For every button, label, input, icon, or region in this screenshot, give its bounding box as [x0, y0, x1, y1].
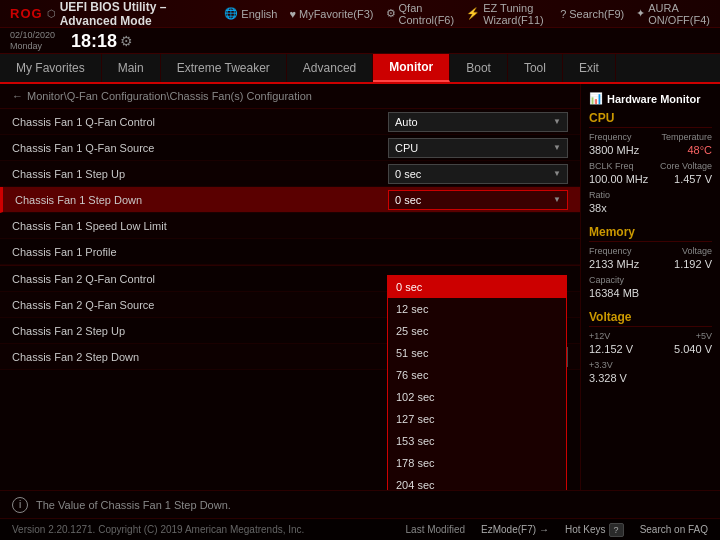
- dropdown-item-8[interactable]: 178 sec: [388, 452, 566, 474]
- tab-favorites[interactable]: My Favorites: [0, 54, 102, 82]
- tab-advanced-label: Advanced: [303, 61, 356, 75]
- hw-section-cpu: CPU Frequency Temperature 3800 MHz 48°C …: [589, 111, 712, 217]
- tab-extreme[interactable]: Extreme Tweaker: [161, 54, 287, 82]
- voltage-section-title: Voltage: [589, 310, 712, 327]
- dropdown-item-2[interactable]: 25 sec: [388, 320, 566, 342]
- dropdown-item-9[interactable]: 204 sec: [388, 474, 566, 490]
- hw-row: 16384 MB: [589, 287, 712, 302]
- info-bar: 02/10/2020 Monday 18:18 ⚙: [0, 28, 720, 54]
- hw-section-voltage: Voltage +12V +5V 12.152 V 5.040 V +3.3V …: [589, 310, 712, 387]
- hw-row: 100.00 MHz 1.457 V: [589, 173, 712, 188]
- aura-icon: ✦: [636, 7, 645, 20]
- hw-label: Voltage: [682, 246, 712, 256]
- breadcrumb-path: Monitor\Q-Fan Configuration\Chassis Fan(…: [27, 90, 312, 102]
- setting-value-fan1-qfan-source[interactable]: CPU ▼: [388, 138, 568, 158]
- chevron-down-icon: ▼: [553, 117, 561, 126]
- title-bar-actions: 🌐 English ♥ MyFavorite(F3) ⚙ Qfan Contro…: [224, 2, 710, 26]
- dropdown-item-3[interactable]: 51 sec: [388, 342, 566, 364]
- tab-monitor-label: Monitor: [389, 60, 433, 74]
- mem-frequency: 2133 MHz: [589, 258, 639, 270]
- chevron-down-icon: ▼: [553, 143, 561, 152]
- arrow-icon: →: [539, 524, 549, 535]
- fan-icon: ⚙: [386, 7, 396, 20]
- language-btn[interactable]: 🌐 English: [224, 7, 277, 20]
- sidebar-title: 📊 Hardware Monitor: [589, 92, 712, 105]
- setting-value-fan1-qfan-control[interactable]: Auto ▼: [388, 112, 568, 132]
- tab-monitor[interactable]: Monitor: [373, 54, 450, 82]
- tab-tool[interactable]: Tool: [508, 54, 563, 82]
- tab-favorites-label: My Favorites: [16, 61, 85, 75]
- search-btn[interactable]: ? Search(F9): [560, 8, 624, 20]
- dropdown-item-6[interactable]: 127 sec: [388, 408, 566, 430]
- footer-actions: Last Modified EzMode(F7) → Hot Keys ? Se…: [406, 523, 708, 537]
- tab-exit[interactable]: Exit: [563, 54, 616, 82]
- title-bar: ROG ⬡ UEFI BIOS Utility – Advanced Mode …: [0, 0, 720, 28]
- dropdown-item-4[interactable]: 76 sec: [388, 364, 566, 386]
- tab-boot[interactable]: Boot: [450, 54, 508, 82]
- chevron-down-icon: ▼: [553, 169, 561, 178]
- aura-btn[interactable]: ✦ AURA ON/OFF(F4): [636, 2, 710, 26]
- hw-row: 3800 MHz 48°C: [589, 144, 712, 159]
- hw-label: Frequency: [589, 132, 632, 142]
- bclk-freq: 100.00 MHz: [589, 173, 648, 185]
- step-down-dropdown: 0 sec 12 sec 25 sec 51 sec 76 sec 102 se…: [387, 275, 567, 490]
- hw-label: +5V: [696, 331, 712, 341]
- search-icon: ?: [560, 8, 566, 20]
- hw-row: 12.152 V 5.040 V: [589, 343, 712, 358]
- core-voltage: 1.457 V: [674, 173, 712, 185]
- tab-extreme-label: Extreme Tweaker: [177, 61, 270, 75]
- setting-label: Chassis Fan 1 Q-Fan Control: [12, 116, 388, 128]
- hw-row: Frequency Voltage: [589, 246, 712, 256]
- mem-capacity: 16384 MB: [589, 287, 639, 299]
- back-arrow[interactable]: ←: [12, 90, 23, 102]
- date-display: 02/10/2020: [10, 30, 55, 41]
- cpu-temperature: 48°C: [687, 144, 712, 156]
- bios-icon: ⬡: [47, 8, 56, 19]
- hw-label: Core Voltage: [660, 161, 712, 171]
- hw-row: 3.328 V: [589, 372, 712, 387]
- setting-label: Chassis Fan 1 Step Up: [12, 168, 388, 180]
- tab-advanced[interactable]: Advanced: [287, 54, 373, 82]
- hw-row: +3.3V: [589, 360, 712, 370]
- setting-row-fan1-profile: Chassis Fan 1 Profile: [0, 239, 580, 265]
- tuning-icon: ⚡: [466, 7, 480, 20]
- setting-label: Chassis Fan 1 Profile: [12, 246, 568, 258]
- hw-label: Temperature: [661, 132, 712, 142]
- last-modified-label: Last Modified: [406, 524, 465, 535]
- dropdown-item-5[interactable]: 102 sec: [388, 386, 566, 408]
- hw-row: 38x: [589, 202, 712, 217]
- bottom-info-bar: i The Value of Chassis Fan 1 Step Down.: [0, 490, 720, 518]
- hw-label: Frequency: [589, 246, 632, 256]
- hw-row: BCLK Freq Core Voltage: [589, 161, 712, 171]
- info-icon: i: [12, 497, 28, 513]
- hw-row: Capacity: [589, 275, 712, 285]
- hw-section-memory: Memory Frequency Voltage 2133 MHz 1.192 …: [589, 225, 712, 302]
- myfavorites-btn[interactable]: ♥ MyFavorite(F3): [289, 8, 373, 20]
- window-title: UEFI BIOS Utility – Advanced Mode: [60, 0, 225, 28]
- setting-value-fan1-step-down[interactable]: 0 sec ▼: [388, 190, 568, 210]
- setting-row-fan1-qfan-control: Chassis Fan 1 Q-Fan Control Auto ▼: [0, 109, 580, 135]
- settings-list: Chassis Fan 1 Q-Fan Control Auto ▼ Chass…: [0, 109, 580, 490]
- setting-label: Chassis Fan 1 Speed Low Limit: [12, 220, 568, 232]
- tab-exit-label: Exit: [579, 61, 599, 75]
- dropdown-item-1[interactable]: 12 sec: [388, 298, 566, 320]
- time-settings-icon[interactable]: ⚙: [120, 33, 133, 49]
- eztuning-btn[interactable]: ⚡ EZ Tuning Wizard(F11): [466, 2, 548, 26]
- breadcrumb: ← Monitor\Q-Fan Configuration\Chassis Fa…: [0, 84, 580, 109]
- tab-main[interactable]: Main: [102, 54, 161, 82]
- qfan-btn[interactable]: ⚙ Qfan Control(F6): [386, 2, 455, 26]
- hw-label: BCLK Freq: [589, 161, 634, 171]
- cpu-section-title: CPU: [589, 111, 712, 128]
- dropdown-item-7[interactable]: 153 sec: [388, 430, 566, 452]
- cpu-ratio: 38x: [589, 202, 607, 214]
- heart-icon: ♥: [289, 8, 296, 20]
- setting-value-fan1-step-up[interactable]: 0 sec ▼: [388, 164, 568, 184]
- voltage-12v: 12.152 V: [589, 343, 633, 355]
- setting-row-fan1-qfan-source: Chassis Fan 1 Q-Fan Source CPU ▼: [0, 135, 580, 161]
- hw-label: +3.3V: [589, 360, 613, 370]
- hotkeys-btn[interactable]: Hot Keys ?: [565, 523, 624, 537]
- dropdown-item-0[interactable]: 0 sec: [388, 276, 566, 298]
- ezmode-btn[interactable]: EzMode(F7) →: [481, 524, 549, 535]
- search-faq-btn[interactable]: Search on FAQ: [640, 524, 708, 535]
- hw-label: +12V: [589, 331, 610, 341]
